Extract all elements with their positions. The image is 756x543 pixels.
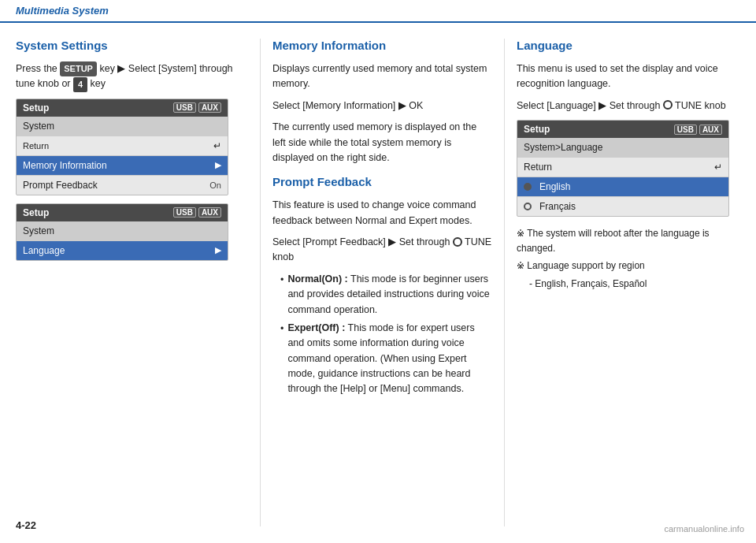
knob-icon-right (663, 100, 673, 110)
left-intro: Press the SETUP key ▶ Select [System] th… (16, 61, 248, 92)
ui-box-1: Setup USB AUX System Return ↵ Memory Inf… (16, 99, 228, 195)
system-label: System (23, 121, 54, 132)
ui-box-1-label: Setup (23, 102, 49, 113)
ui-box-2-badges: USB AUX (173, 207, 221, 218)
aux-badge-lang: AUX (699, 125, 722, 135)
lang-box-header: Setup USB AUX (517, 121, 728, 138)
ui-row-return: Return ↵ (17, 136, 228, 155)
knob-icon (453, 237, 462, 247)
usb-badge: USB (173, 102, 196, 113)
language-body-1: This menu is used to set the display and… (517, 61, 740, 92)
ui-row-language: Language ▶ (17, 240, 228, 260)
header-title: Multimedia System (16, 5, 109, 17)
bullet-expert: • Expert(Off) : This mode is for expert … (280, 321, 492, 397)
dagger-2: ※ (517, 260, 524, 271)
language-section-title: Language (517, 39, 740, 52)
bullet-expert-label: Expert(Off) : (287, 322, 345, 333)
lang-box-badges: USB AUX (674, 125, 722, 135)
lang-return-row: Return ↵ (517, 157, 728, 177)
memory-arrow: ▶ (215, 160, 221, 170)
dagger-1: ※ (517, 228, 524, 239)
usb-badge-2: USB (173, 207, 196, 218)
prompt-section-title: Prompt Feedback (272, 175, 492, 188)
prompt-body-2: Select [Prompt Feedback] ▶ Set through T… (272, 235, 492, 266)
english-label: English (539, 181, 570, 192)
french-label: Français (539, 201, 576, 212)
page-number: 4-22 (16, 519, 36, 531)
lang-sub-header: System>Language (524, 142, 602, 153)
bullet-normal: • Normal(On) : This mode is for beginner… (280, 272, 492, 318)
memory-body-1: Displays currently used memory and total… (272, 61, 492, 92)
lang-sub-header-row: System>Language (517, 138, 728, 157)
aux-badge-2: AUX (198, 207, 221, 218)
prompt-body-1: This feature is used to change voice com… (272, 198, 492, 229)
aux-badge: AUX (198, 102, 221, 113)
bullet-list: • Normal(On) : This mode is for beginner… (280, 272, 492, 397)
english-radio (524, 183, 532, 191)
language-body-2: Select [Language] ▶ Set through TUNE kno… (517, 99, 740, 113)
memory-label: Memory Information (23, 160, 107, 171)
ui-row-system-2: System (17, 221, 228, 240)
ui-box-2-label: Setup (23, 207, 49, 218)
lang-english-row: English (517, 177, 728, 196)
return-arrow: ↵ (213, 140, 221, 151)
note-2-sub: - English, Français, Español (529, 277, 740, 292)
ui-box-2-header: Setup USB AUX (17, 204, 228, 221)
language-arrow: ▶ (215, 245, 221, 255)
note-1: ※ The system will reboot after the langu… (517, 226, 740, 255)
ui-box-1-badges: USB AUX (173, 102, 221, 113)
ui-box-1-header: Setup USB AUX (17, 99, 228, 117)
note-2-text: Language support by region (527, 260, 644, 271)
ui-box-2: Setup USB AUX System Language ▶ (16, 203, 228, 261)
watermark: carmanualonline.info (664, 524, 744, 534)
setup-badge: SETUP (60, 61, 97, 76)
lang-box-label: Setup (524, 124, 550, 135)
memory-body-3: The currently used memory is displayed o… (272, 120, 492, 166)
prompt-value: On (209, 180, 221, 190)
ui-row-memory: Memory Information ▶ (17, 155, 228, 175)
main-content: System Settings Press the SETUP key ▶ Se… (0, 23, 756, 534)
memory-body-2: Select [Memory Information] ▶ OK (272, 99, 492, 113)
note-1-text: The system will reboot after the languag… (517, 228, 710, 254)
lang-return-label: Return (524, 162, 552, 173)
return-icon: Return (23, 141, 49, 151)
lang-french-row: Français (517, 196, 728, 216)
ui-row-system: System (17, 117, 228, 136)
right-column: Language This menu is used to set the di… (504, 39, 740, 526)
left-column: System Settings Press the SETUP key ▶ Se… (16, 39, 260, 526)
middle-column: Memory Information Displays currently us… (260, 39, 504, 526)
note-2: ※ Language support by region (517, 258, 740, 273)
language-label: Language (23, 245, 65, 256)
lang-return-icon: ↵ (714, 162, 722, 173)
ui-row-prompt: Prompt Feedback On (17, 175, 228, 195)
key-badge: 4 (73, 77, 87, 92)
french-radio (524, 203, 532, 210)
page-header: Multimedia System (0, 0, 756, 23)
prompt-label: Prompt Feedback (23, 180, 98, 191)
usb-badge-lang: USB (674, 125, 697, 135)
left-section-title: System Settings (16, 39, 248, 52)
memory-section-title: Memory Information (272, 39, 492, 52)
system-label-2: System (23, 225, 54, 236)
bullet-normal-label: Normal(On) : (287, 273, 347, 285)
language-ui-box: Setup USB AUX System>Language Return ↵ E… (517, 120, 729, 217)
